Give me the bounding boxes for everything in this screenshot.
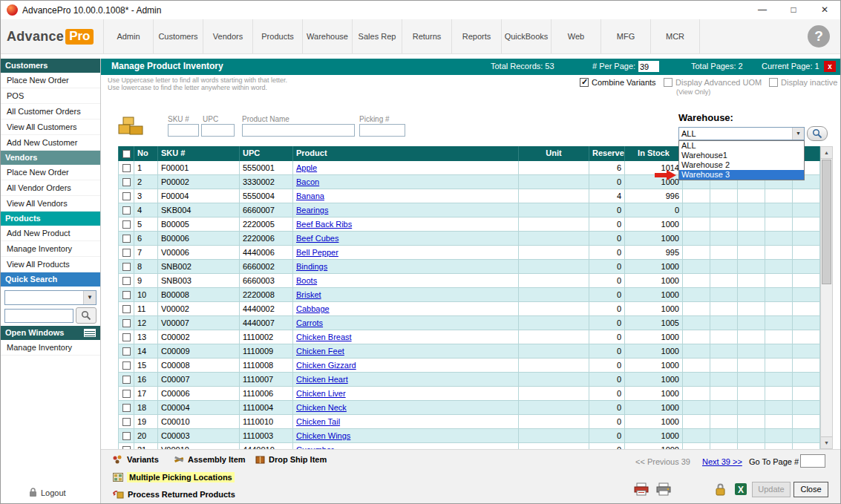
- sidebar-item-place-new-order[interactable]: Place New Order: [1, 73, 100, 88]
- picking-search-input[interactable]: [359, 124, 405, 137]
- column-header-product[interactable]: Product: [293, 146, 519, 161]
- quick-search-input[interactable]: [4, 309, 73, 323]
- nav-tab-vendors[interactable]: Vendors: [203, 19, 252, 53]
- nav-tab-sales-rep[interactable]: Sales Rep: [352, 19, 402, 53]
- open-window-item-manage-inventory[interactable]: Manage Inventory: [1, 340, 100, 356]
- product-link[interactable]: Chicken Tail: [296, 417, 340, 426]
- warehouse-option-all[interactable]: ALL: [679, 141, 804, 151]
- product-link[interactable]: Brisket: [296, 290, 321, 299]
- warehouse-search-button[interactable]: [807, 126, 828, 141]
- logout-button[interactable]: Logout: [29, 488, 66, 497]
- row-checkbox[interactable]: [122, 319, 131, 327]
- help-button[interactable]: ?: [808, 25, 830, 48]
- column-header-upc[interactable]: UPC: [240, 146, 293, 161]
- column-header-in-stock[interactable]: In Stock: [625, 146, 683, 161]
- close-page-button[interactable]: x: [824, 61, 836, 72]
- sidebar-header-customers[interactable]: Customers: [1, 59, 100, 73]
- warehouse-dropdown[interactable]: ALL ▼: [678, 127, 805, 140]
- close-button[interactable]: Close: [793, 482, 828, 497]
- close-window-button[interactable]: ✕: [809, 1, 840, 19]
- sidebar-item-all-vendor-orders[interactable]: All Vendor Orders: [1, 180, 100, 196]
- row-checkbox[interactable]: [122, 277, 131, 285]
- scroll-down-arrow[interactable]: ▼: [821, 436, 832, 448]
- nav-tab-mcr[interactable]: MCR: [650, 19, 700, 53]
- product-link[interactable]: Bindings: [296, 262, 327, 271]
- process-returned-products-label[interactable]: Process Returned Products: [128, 490, 235, 499]
- product-link[interactable]: Bacon: [296, 177, 319, 186]
- lock-button[interactable]: [711, 481, 729, 497]
- row-checkbox[interactable]: [122, 291, 131, 299]
- nav-tab-admin[interactable]: Admin: [103, 19, 153, 53]
- sidebar-item-view-all-customers[interactable]: View All Customers: [1, 120, 100, 135]
- scroll-up-arrow[interactable]: ▲: [821, 147, 832, 159]
- maximize-button[interactable]: □: [778, 1, 809, 19]
- product-link[interactable]: Chicken Neck: [296, 403, 347, 412]
- product-link[interactable]: Carrots: [296, 318, 323, 327]
- product-link[interactable]: Chicken Wings: [296, 431, 350, 440]
- product-link[interactable]: Chicken Breast: [296, 333, 352, 341]
- display-inactive-checkbox[interactable]: [769, 78, 778, 87]
- combine-variants-checkbox[interactable]: [580, 78, 589, 87]
- nav-tab-mfg[interactable]: MFG: [601, 19, 650, 53]
- row-checkbox[interactable]: [122, 418, 131, 426]
- row-checkbox[interactable]: [122, 390, 131, 398]
- row-checkbox[interactable]: [122, 376, 131, 384]
- select-all-checkbox[interactable]: [122, 150, 131, 158]
- product-link[interactable]: Chicken Heart: [296, 375, 348, 384]
- goto-page-input[interactable]: [800, 454, 825, 468]
- warehouse-option-warehouse-2[interactable]: Warehouse 2: [679, 160, 804, 170]
- product-link[interactable]: Boots: [296, 276, 317, 285]
- product-link[interactable]: Chicken Gizzard: [296, 361, 356, 370]
- product-link[interactable]: Chicken Liver: [296, 389, 346, 398]
- row-checkbox[interactable]: [122, 249, 131, 257]
- print-button[interactable]: [655, 481, 673, 497]
- row-checkbox[interactable]: [122, 432, 131, 440]
- row-checkbox[interactable]: [122, 361, 131, 370]
- product-link[interactable]: Apple: [296, 163, 317, 172]
- sidebar-header-quick-search[interactable]: Quick Search: [1, 272, 100, 287]
- product-link[interactable]: Chicken Feet: [296, 347, 344, 356]
- quick-search-button[interactable]: [76, 307, 96, 324]
- row-checkbox[interactable]: [122, 235, 131, 243]
- row-checkbox[interactable]: [122, 178, 131, 186]
- next-page-link[interactable]: Next 39 >>: [702, 457, 742, 466]
- nav-tab-products[interactable]: Products: [252, 19, 302, 53]
- sidebar-item-add-new-customer[interactable]: Add New Customer: [1, 135, 100, 151]
- row-checkbox[interactable]: [122, 333, 131, 341]
- display-advanced-uom-checkbox[interactable]: [664, 78, 673, 87]
- row-checkbox[interactable]: [122, 192, 131, 200]
- row-checkbox[interactable]: [122, 305, 131, 313]
- nav-tab-quickbooks[interactable]: QuickBooks: [501, 19, 551, 53]
- nav-tab-customers[interactable]: Customers: [153, 19, 203, 53]
- sidebar-item-place-new-order[interactable]: Place New Order: [1, 165, 100, 180]
- print-pdf-button[interactable]: [632, 481, 650, 497]
- product-name-search-input[interactable]: [242, 124, 355, 137]
- product-link[interactable]: Bearings: [296, 206, 328, 215]
- sidebar-item-view-all-vendors[interactable]: View All Vendors: [1, 196, 100, 212]
- column-header-no[interactable]: No: [134, 146, 158, 161]
- column-header-sku[interactable]: SKU #: [158, 146, 240, 161]
- sidebar-item-manage-inventory[interactable]: Manage Inventory: [1, 241, 100, 257]
- per-page-input[interactable]: [638, 61, 659, 72]
- nav-tab-reports[interactable]: Reports: [451, 19, 501, 53]
- warehouse-option-warehouse1[interactable]: Warehouse1: [679, 151, 804, 160]
- sidebar-item-all-customer-orders[interactable]: All Customer Orders: [1, 104, 100, 120]
- row-checkbox[interactable]: [122, 220, 131, 229]
- minimize-button[interactable]: —: [747, 1, 778, 19]
- quick-search-dropdown[interactable]: ▼: [4, 290, 96, 305]
- sidebar-header-products[interactable]: Products: [1, 212, 100, 226]
- nav-tab-returns[interactable]: Returns: [402, 19, 451, 53]
- sidebar-item-view-all-products[interactable]: View All Products: [1, 257, 100, 272]
- scrollbar-thumb[interactable]: [822, 160, 831, 284]
- export-excel-button[interactable]: X: [732, 481, 750, 497]
- sidebar-header-vendors[interactable]: Vendors: [1, 151, 100, 165]
- nav-tab-warehouse[interactable]: Warehouse: [302, 19, 352, 53]
- sidebar-item-pos[interactable]: POS: [1, 88, 100, 104]
- upc-search-input[interactable]: [201, 124, 235, 137]
- product-link[interactable]: Banana: [296, 192, 324, 200]
- row-checkbox[interactable]: [122, 404, 131, 412]
- nav-tab-web[interactable]: Web: [551, 19, 601, 53]
- sidebar-item-add-new-product[interactable]: Add New Product: [1, 226, 100, 241]
- column-header-reserve[interactable]: Reserve...: [589, 146, 625, 161]
- row-checkbox[interactable]: [122, 164, 131, 172]
